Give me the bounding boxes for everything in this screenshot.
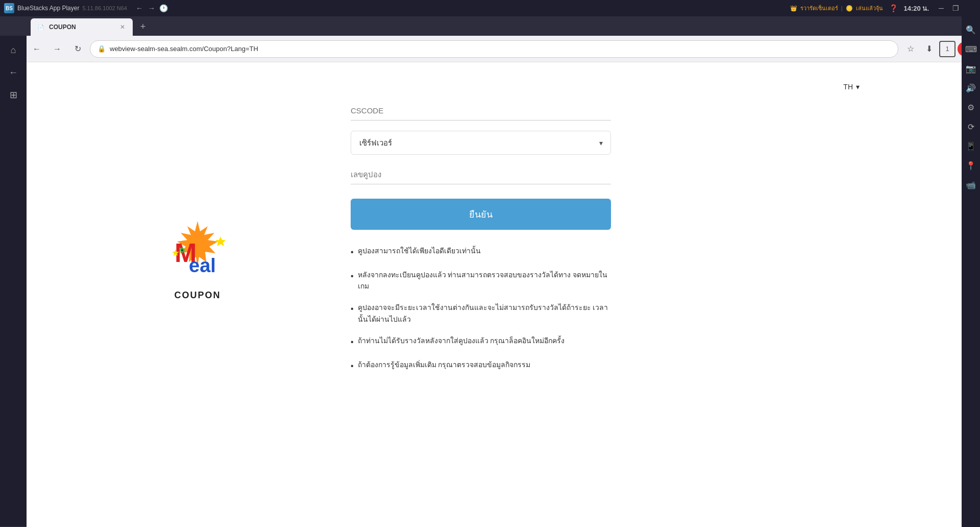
play-label: เล่นแล้วจุ้น — [856, 4, 883, 13]
webpage: TH ▾ M eal — [27, 62, 962, 471]
bs-back-button[interactable]: ← — [3, 62, 23, 83]
coin-icon: 🪙 — [846, 5, 853, 12]
info-text-1: คูปองสามารถใช้ได้เพียงไอดีเดียวเท่านั้น — [358, 245, 481, 259]
title-bar-nav: ← → 🕐 — [134, 3, 169, 13]
bs-shake-button[interactable]: 📱 — [963, 138, 979, 154]
browser-toolbar: ⌂ ← → ↻ 🔒 ☆ ⬇ 1 ▲ — [0, 36, 980, 62]
address-bar[interactable] — [110, 45, 891, 53]
forward-button[interactable]: → — [49, 41, 65, 57]
browser-content: TH ▾ M eal — [27, 62, 962, 527]
title-nav-history[interactable]: 🕐 — [159, 3, 169, 13]
bs-search-button[interactable]: 🔍 — [963, 21, 979, 38]
separator: | — [841, 5, 843, 11]
restore-button[interactable]: ❐ — [949, 2, 962, 14]
tab-favicon: 📄 — [37, 23, 45, 31]
coupon-form: เซิร์ฟเวอร์ ▾ ยืนยัน คูปองสามารถใช้ได้เพ… — [340, 101, 621, 382]
logo-coupon-label: COUPON — [164, 290, 231, 301]
bs-settings-button[interactable]: ⚙ — [963, 99, 979, 115]
list-item: ถ้าท่านไม่ได้รับรางวัลหลังจากใส่คูปองแล้… — [351, 335, 611, 349]
lock-icon: 🔒 — [97, 45, 106, 53]
cscode-input[interactable] — [351, 101, 611, 121]
profile-name: รวารัดเซ็นเตอร์ — [800, 4, 838, 13]
bookmark-button[interactable]: ☆ — [902, 41, 919, 57]
bs-rotate-button[interactable]: ⟳ — [963, 118, 979, 135]
tab-close-button[interactable]: ✕ — [118, 23, 127, 31]
bs-gps-button[interactable]: 📍 — [963, 157, 979, 174]
profile-section: 👑 รวารัดเซ็นเตอร์ | 🪙 เล่นแล้วจุ้น — [790, 4, 883, 13]
server-select-wrapper: เซิร์ฟเวอร์ ▾ — [351, 131, 611, 155]
confirm-button[interactable]: ยืนยัน — [351, 199, 611, 230]
list-item: คูปองอาจจะมีระยะเวลาใช้งานต่างกันและจะไม… — [351, 302, 611, 325]
title-bar-left: BS BlueStacks App Player 5.11.86.1002 N6… — [4, 3, 169, 13]
new-tab-button[interactable]: + — [136, 19, 150, 34]
info-text-3: คูปองอาจจะมีระยะเวลาใช้งานต่างกันและจะไม… — [358, 302, 611, 325]
refresh-button[interactable]: ↻ — [69, 41, 86, 57]
tab-count-badge: 1 — [939, 41, 955, 57]
info-list: คูปองสามารถใช้ได้เพียงไอดีเดียวเท่านั้น … — [351, 245, 611, 372]
title-nav-back[interactable]: ← — [134, 3, 144, 13]
download-button[interactable]: ⬇ — [921, 41, 937, 57]
lang-chevron-icon: ▾ — [856, 83, 860, 91]
coupon-input[interactable] — [351, 165, 611, 184]
bs-home-button[interactable]: ⌂ — [3, 40, 23, 60]
help-button[interactable]: ❓ — [889, 4, 898, 12]
current-time: 14:20 น. — [904, 3, 929, 14]
list-item: ถ้าต้องการรู้ข้อมูลเพิ่มเติม กรุณาตรวจสอ… — [351, 359, 611, 373]
app-title: BlueStacks App Player — [17, 5, 79, 12]
bluestacks-right-sidebar: 🔍 ⌨ 📷 🔊 ⚙ ⟳ 📱 📍 📹 — [962, 0, 980, 527]
info-text-2: หลังจากลงทะเบียนคูปองแล้ว ท่านสามารถตรวจ… — [358, 269, 611, 292]
svg-marker-3 — [215, 236, 226, 246]
crown-icon: 👑 — [790, 5, 797, 12]
back-button[interactable]: ← — [29, 41, 45, 57]
info-text-5: ถ้าต้องการรู้ข้อมูลเพิ่มเติม กรุณาตรวจสอ… — [358, 359, 531, 373]
mseal-logo: M eal — [164, 219, 231, 285]
bs-keyboard-button[interactable]: ⌨ — [963, 41, 979, 57]
logo-area: M eal COUPON — [164, 219, 231, 301]
app-version: 5.11.86.1002 N64 — [82, 5, 127, 11]
active-tab[interactable]: 📄 COUPON ✕ — [31, 18, 133, 36]
lang-value: TH — [843, 83, 853, 91]
title-nav-forward[interactable]: → — [146, 3, 157, 13]
bs-screenshot-button[interactable]: 📷 — [963, 60, 979, 77]
bs-apps-button[interactable]: ⊞ — [3, 85, 23, 105]
info-text-4: ถ้าท่านไม่ได้รับรางวัลหลังจากใส่คูปองแล้… — [358, 335, 565, 349]
title-bar: BS BlueStacks App Player 5.11.86.1002 N6… — [0, 0, 980, 16]
bs-volume-button[interactable]: 🔊 — [963, 80, 979, 96]
server-select[interactable]: เซิร์ฟเวอร์ — [351, 131, 611, 155]
list-item: คูปองสามารถใช้ได้เพียงไอดีเดียวเท่านั้น — [351, 245, 611, 259]
tab-count-button[interactable]: 1 — [939, 41, 955, 57]
svg-text:eal: eal — [189, 255, 216, 276]
bluestacks-app-icon: BS — [4, 3, 14, 13]
tab-bar: 📄 COUPON ✕ + — [0, 16, 980, 36]
tab-label: COUPON — [49, 23, 114, 31]
minimize-button[interactable]: ─ — [935, 2, 947, 14]
title-bar-right: 👑 รวารัดเซ็นเตอร์ | 🪙 เล่นแล้วจุ้น ❓ 14:… — [790, 2, 976, 14]
address-bar-container: 🔒 — [90, 40, 898, 58]
svg-point-6 — [181, 249, 183, 251]
list-item: หลังจากลงทะเบียนคูปองแล้ว ท่านสามารถตรวจ… — [351, 269, 611, 292]
bluestacks-left-sidebar: ⌂ ← ⊞ — [0, 36, 27, 526]
bs-camera-button[interactable]: 📹 — [963, 177, 979, 193]
language-selector[interactable]: TH ▾ — [843, 83, 860, 91]
lang-selector-row: TH ▾ — [27, 83, 962, 101]
